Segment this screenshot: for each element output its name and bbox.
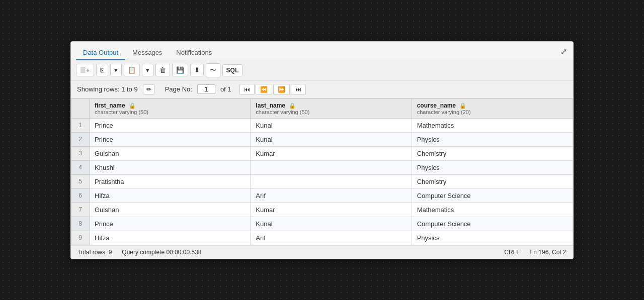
chevron-down-icon-2: ▾ xyxy=(146,66,149,74)
first-name-cell: Hifza xyxy=(90,188,251,203)
course-name-cell: Physics xyxy=(412,132,573,146)
row-number-cell: 8 xyxy=(71,217,90,231)
tab-bar: Data Output Messages Notifications ⤢ xyxy=(71,42,573,60)
tab-data-output[interactable]: Data Output xyxy=(76,46,125,60)
first-name-cell: Prince xyxy=(90,132,251,146)
col-header-last-name: last_name 🔒 character varying (50) xyxy=(251,98,412,118)
table-body: 1 Prince Kunal Mathematics 2 Prince Kuna… xyxy=(71,118,573,245)
download-button[interactable]: ⬇ xyxy=(190,64,204,76)
first-page-button[interactable]: ⏮ xyxy=(239,84,255,95)
table-row: 2 Prince Kunal Physics xyxy=(71,132,573,146)
toolbar: ☰+ ⎘ ▾ 📋 ▾ 🗑 💾 ⬇ 〜 SQL xyxy=(71,60,573,81)
first-name-cell: Khushi xyxy=(90,160,251,174)
course-name-cell: Computer Science xyxy=(412,217,573,231)
row-number-cell: 6 xyxy=(71,188,90,203)
table-row: 9 Hifza Arif Physics xyxy=(71,231,573,245)
last-name-cell: Arif xyxy=(251,188,412,203)
col-type-first-name: character varying (50) xyxy=(95,109,245,115)
table-row: 4 Khushi Physics xyxy=(71,160,573,174)
table-row: 5 Pratishtha Chemistry xyxy=(71,174,573,188)
delete-icon: 🗑 xyxy=(159,66,166,74)
status-bar: Total rows: 9 Query complete 00:00:00.53… xyxy=(71,245,573,259)
sql-button[interactable]: SQL xyxy=(222,64,243,76)
lock-icon-first-name: 🔒 xyxy=(129,103,136,109)
sql-label: SQL xyxy=(226,67,239,74)
last-name-cell: Kunal xyxy=(251,217,412,231)
data-table-container: first_name 🔒 character varying (50) last… xyxy=(71,98,573,245)
page-label: Page No: xyxy=(165,85,192,93)
table-row: 3 Gulshan Kumar Chemistry xyxy=(71,146,573,160)
cursor-position-text: Ln 196, Col 2 xyxy=(530,249,566,256)
copy-icon: ⎘ xyxy=(100,66,104,74)
first-name-cell: Gulshan xyxy=(90,203,251,217)
last-name-cell: Arif xyxy=(251,231,412,245)
first-name-cell: Prince xyxy=(90,217,251,231)
delete-button[interactable]: 🗑 xyxy=(155,64,170,76)
last-page-button[interactable]: ⏭ xyxy=(291,84,306,95)
last-name-cell xyxy=(251,160,412,174)
table-row: 8 Prince Kunal Computer Science xyxy=(71,217,573,231)
tab-messages[interactable]: Messages xyxy=(125,46,169,60)
navigation-buttons: ⏮ ⏪ ⏩ ⏭ xyxy=(239,84,306,95)
copy-dropdown-button[interactable]: ▾ xyxy=(110,64,122,76)
query-status-text: Query complete 00:00:00.538 xyxy=(122,249,201,256)
course-name-cell: Computer Science xyxy=(412,188,573,203)
edit-button[interactable]: ✏ xyxy=(143,84,155,94)
first-name-cell: Prince xyxy=(90,118,251,132)
lock-icon-last-name: 🔒 xyxy=(289,103,296,109)
col-header-course-name: course_name 🔒 character varying (20) xyxy=(412,98,573,118)
save-button[interactable]: 💾 xyxy=(172,64,188,76)
expand-icon[interactable]: ⤢ xyxy=(560,47,567,56)
copy-button[interactable]: ⎘ xyxy=(96,64,108,76)
course-name-cell: Chemistry xyxy=(412,146,573,160)
row-number-header xyxy=(71,98,90,118)
last-name-cell: Kunal xyxy=(251,132,412,146)
download-icon: ⬇ xyxy=(194,66,200,74)
row-number-cell: 9 xyxy=(71,231,90,245)
prev-page-button[interactable]: ⏪ xyxy=(256,84,272,95)
tab-notifications[interactable]: Notifications xyxy=(169,46,219,60)
lock-icon-course-name: 🔒 xyxy=(459,103,466,109)
course-name-cell: Mathematics xyxy=(412,203,573,217)
course-name-cell: Mathematics xyxy=(412,118,573,132)
col-name-first-name: first_name xyxy=(95,102,125,109)
row-number-cell: 7 xyxy=(71,203,90,217)
table-header-row: first_name 🔒 character varying (50) last… xyxy=(71,98,573,118)
last-name-cell: Kumar xyxy=(251,203,412,217)
main-panel: Data Output Messages Notifications ⤢ ☰+ … xyxy=(70,41,574,259)
row-number-cell: 3 xyxy=(71,146,90,160)
next-page-button[interactable]: ⏩ xyxy=(273,84,290,95)
graph-button[interactable]: 〜 xyxy=(206,63,220,77)
col-type-course-name: character varying (20) xyxy=(417,109,568,115)
chevron-down-icon: ▾ xyxy=(114,66,118,74)
course-name-cell: Physics xyxy=(412,231,573,245)
table-row: 1 Prince Kunal Mathematics xyxy=(71,118,573,132)
page-number-input[interactable] xyxy=(197,84,215,94)
table-row: 7 Gulshan Kumar Mathematics xyxy=(71,203,573,217)
col-header-first-name: first_name 🔒 character varying (50) xyxy=(90,98,251,118)
row-number-cell: 5 xyxy=(71,174,90,188)
add-row-icon: ☰+ xyxy=(80,66,90,74)
add-row-button[interactable]: ☰+ xyxy=(76,64,94,76)
row-number-cell: 4 xyxy=(71,160,90,174)
last-name-cell: Kumar xyxy=(251,146,412,160)
save-icon: 💾 xyxy=(176,66,184,74)
paste-icon: 📋 xyxy=(128,66,136,74)
pagination-bar: Showing rows: 1 to 9 ✏ Page No: of 1 ⏮ ⏪… xyxy=(71,81,573,98)
graph-icon: 〜 xyxy=(210,66,216,75)
data-table: first_name 🔒 character varying (50) last… xyxy=(71,98,573,245)
first-name-cell: Pratishtha xyxy=(90,174,251,188)
first-name-cell: Hifza xyxy=(90,231,251,245)
col-name-last-name: last_name xyxy=(256,102,285,109)
course-name-cell: Chemistry xyxy=(412,174,573,188)
paste-button[interactable]: 📋 xyxy=(124,64,140,76)
first-name-cell: Gulshan xyxy=(90,146,251,160)
row-number-cell: 1 xyxy=(71,118,90,132)
paste-dropdown-button[interactable]: ▾ xyxy=(142,64,153,76)
course-name-cell: Physics xyxy=(412,160,573,174)
status-right: CRLF Ln 196, Col 2 xyxy=(504,249,566,256)
showing-rows-text: Showing rows: 1 to 9 xyxy=(77,85,138,93)
last-name-cell: Kunal xyxy=(251,118,412,132)
row-number-cell: 2 xyxy=(71,132,90,146)
table-row: 6 Hifza Arif Computer Science xyxy=(71,188,573,203)
